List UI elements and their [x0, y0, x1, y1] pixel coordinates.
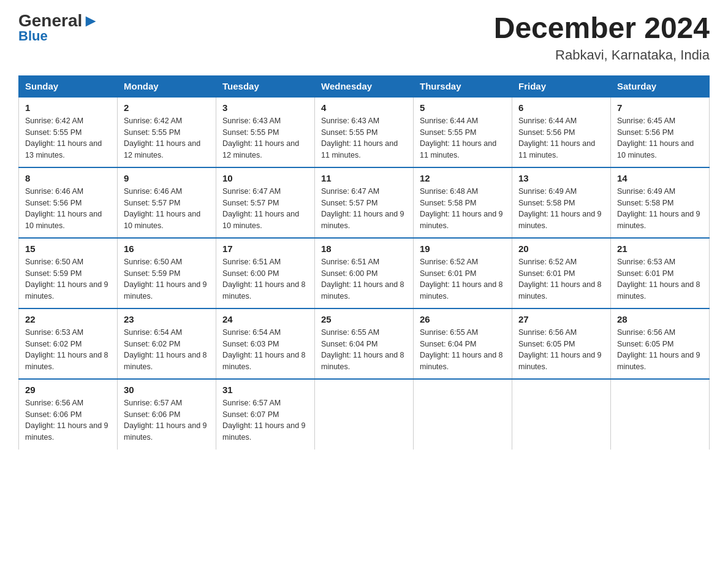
- day-number: 25: [321, 314, 407, 324]
- day-number: 5: [420, 102, 506, 113]
- day-number: 4: [321, 102, 407, 113]
- logo-text-top: General►: [18, 12, 99, 29]
- day-number: 24: [222, 314, 308, 324]
- calendar-cell: 6Sunrise: 6:44 AMSunset: 5:56 PMDaylight…: [512, 97, 611, 167]
- calendar-cell: 9Sunrise: 6:46 AMSunset: 5:57 PMDaylight…: [118, 167, 216, 238]
- day-info: Sunrise: 6:50 AMSunset: 5:59 PMDaylight:…: [124, 256, 210, 302]
- calendar-cell: 1Sunrise: 6:42 AMSunset: 5:55 PMDaylight…: [19, 97, 118, 167]
- calendar-cell: 12Sunrise: 6:48 AMSunset: 5:58 PMDayligh…: [414, 167, 512, 238]
- calendar-cell: 22Sunrise: 6:53 AMSunset: 6:02 PMDayligh…: [19, 308, 118, 379]
- day-number: 20: [518, 243, 604, 254]
- day-info: Sunrise: 6:56 AMSunset: 6:05 PMDaylight:…: [617, 327, 703, 373]
- day-number: 18: [321, 243, 407, 254]
- day-info: Sunrise: 6:43 AMSunset: 5:55 PMDaylight:…: [321, 115, 407, 161]
- calendar-week-1: 1Sunrise: 6:42 AMSunset: 5:55 PMDaylight…: [19, 97, 710, 167]
- column-header-monday: Monday: [118, 75, 216, 97]
- calendar-cell: 18Sunrise: 6:51 AMSunset: 6:00 PMDayligh…: [315, 238, 414, 308]
- day-info: Sunrise: 6:52 AMSunset: 6:01 PMDaylight:…: [518, 256, 604, 302]
- calendar-cell: 27Sunrise: 6:56 AMSunset: 6:05 PMDayligh…: [512, 308, 611, 379]
- day-info: Sunrise: 6:43 AMSunset: 5:55 PMDaylight:…: [222, 115, 308, 161]
- day-info: Sunrise: 6:56 AMSunset: 6:06 PMDaylight:…: [25, 397, 111, 443]
- calendar-cell: 15Sunrise: 6:50 AMSunset: 5:59 PMDayligh…: [19, 238, 118, 308]
- calendar-week-4: 22Sunrise: 6:53 AMSunset: 6:02 PMDayligh…: [19, 308, 710, 379]
- calendar-cell: 26Sunrise: 6:55 AMSunset: 6:04 PMDayligh…: [414, 308, 512, 379]
- day-info: Sunrise: 6:54 AMSunset: 6:03 PMDaylight:…: [222, 327, 308, 373]
- calendar-cell: 10Sunrise: 6:47 AMSunset: 5:57 PMDayligh…: [216, 167, 315, 238]
- day-number: 12: [420, 173, 506, 183]
- day-info: Sunrise: 6:50 AMSunset: 5:59 PMDaylight:…: [25, 256, 111, 302]
- calendar-cell: 25Sunrise: 6:55 AMSunset: 6:04 PMDayligh…: [315, 308, 414, 379]
- calendar-cell: [414, 379, 512, 450]
- day-info: Sunrise: 6:49 AMSunset: 5:58 PMDaylight:…: [617, 186, 703, 232]
- title-block: December 2024 Rabkavi, Karnataka, India: [494, 12, 710, 63]
- day-info: Sunrise: 6:42 AMSunset: 5:55 PMDaylight:…: [25, 115, 111, 161]
- day-info: Sunrise: 6:44 AMSunset: 5:55 PMDaylight:…: [420, 115, 506, 161]
- day-info: Sunrise: 6:53 AMSunset: 6:01 PMDaylight:…: [617, 256, 703, 302]
- day-number: 11: [321, 173, 407, 183]
- day-number: 13: [518, 173, 604, 183]
- day-number: 8: [25, 173, 111, 183]
- calendar-cell: 2Sunrise: 6:42 AMSunset: 5:55 PMDaylight…: [118, 97, 216, 167]
- calendar-cell: [512, 379, 611, 450]
- day-info: Sunrise: 6:47 AMSunset: 5:57 PMDaylight:…: [321, 186, 407, 232]
- calendar-title: December 2024: [494, 12, 710, 45]
- calendar-cell: 16Sunrise: 6:50 AMSunset: 5:59 PMDayligh…: [118, 238, 216, 308]
- calendar-cell: 5Sunrise: 6:44 AMSunset: 5:55 PMDaylight…: [414, 97, 512, 167]
- day-number: 27: [518, 314, 604, 324]
- day-info: Sunrise: 6:55 AMSunset: 6:04 PMDaylight:…: [420, 327, 506, 373]
- day-info: Sunrise: 6:47 AMSunset: 5:57 PMDaylight:…: [222, 186, 308, 232]
- day-info: Sunrise: 6:57 AMSunset: 6:06 PMDaylight:…: [124, 397, 210, 443]
- day-info: Sunrise: 6:51 AMSunset: 6:00 PMDaylight:…: [321, 256, 407, 302]
- day-info: Sunrise: 6:57 AMSunset: 6:07 PMDaylight:…: [222, 397, 308, 443]
- calendar-cell: 11Sunrise: 6:47 AMSunset: 5:57 PMDayligh…: [315, 167, 414, 238]
- day-info: Sunrise: 6:48 AMSunset: 5:58 PMDaylight:…: [420, 186, 506, 232]
- day-info: Sunrise: 6:55 AMSunset: 6:04 PMDaylight:…: [321, 327, 407, 373]
- day-info: Sunrise: 6:51 AMSunset: 6:00 PMDaylight:…: [222, 256, 308, 302]
- day-number: 31: [222, 385, 308, 395]
- day-info: Sunrise: 6:46 AMSunset: 5:57 PMDaylight:…: [124, 186, 210, 232]
- logo-text-bottom: Blue: [18, 28, 48, 44]
- calendar-cell: 28Sunrise: 6:56 AMSunset: 6:05 PMDayligh…: [611, 308, 710, 379]
- day-number: 9: [124, 173, 210, 183]
- day-number: 14: [617, 173, 703, 183]
- calendar-table: SundayMondayTuesdayWednesdayThursdayFrid…: [18, 75, 710, 450]
- calendar-week-3: 15Sunrise: 6:50 AMSunset: 5:59 PMDayligh…: [19, 238, 710, 308]
- calendar-cell: 23Sunrise: 6:54 AMSunset: 6:02 PMDayligh…: [118, 308, 216, 379]
- day-number: 15: [25, 243, 111, 254]
- day-number: 1: [25, 102, 111, 113]
- calendar-subtitle: Rabkavi, Karnataka, India: [494, 47, 710, 63]
- day-number: 22: [25, 314, 111, 324]
- column-header-thursday: Thursday: [414, 75, 512, 97]
- day-info: Sunrise: 6:46 AMSunset: 5:56 PMDaylight:…: [25, 186, 111, 232]
- day-number: 17: [222, 243, 308, 254]
- day-number: 2: [124, 102, 210, 113]
- logo: General► Blue: [18, 12, 99, 44]
- day-number: 21: [617, 243, 703, 254]
- day-info: Sunrise: 6:56 AMSunset: 6:05 PMDaylight:…: [518, 327, 604, 373]
- day-number: 16: [124, 243, 210, 254]
- day-number: 23: [124, 314, 210, 324]
- day-info: Sunrise: 6:52 AMSunset: 6:01 PMDaylight:…: [420, 256, 506, 302]
- column-header-sunday: Sunday: [19, 75, 118, 97]
- calendar-cell: 7Sunrise: 6:45 AMSunset: 5:56 PMDaylight…: [611, 97, 710, 167]
- calendar-header-row: SundayMondayTuesdayWednesdayThursdayFrid…: [19, 75, 710, 97]
- calendar-cell: 24Sunrise: 6:54 AMSunset: 6:03 PMDayligh…: [216, 308, 315, 379]
- day-info: Sunrise: 6:49 AMSunset: 5:58 PMDaylight:…: [518, 186, 604, 232]
- calendar-cell: 13Sunrise: 6:49 AMSunset: 5:58 PMDayligh…: [512, 167, 611, 238]
- day-info: Sunrise: 6:45 AMSunset: 5:56 PMDaylight:…: [617, 115, 703, 161]
- day-info: Sunrise: 6:42 AMSunset: 5:55 PMDaylight:…: [124, 115, 210, 161]
- day-number: 30: [124, 385, 210, 395]
- day-number: 26: [420, 314, 506, 324]
- calendar-cell: 8Sunrise: 6:46 AMSunset: 5:56 PMDaylight…: [19, 167, 118, 238]
- calendar-cell: 19Sunrise: 6:52 AMSunset: 6:01 PMDayligh…: [414, 238, 512, 308]
- calendar-week-2: 8Sunrise: 6:46 AMSunset: 5:56 PMDaylight…: [19, 167, 710, 238]
- day-number: 29: [25, 385, 111, 395]
- column-header-tuesday: Tuesday: [216, 75, 315, 97]
- day-number: 7: [617, 102, 703, 113]
- calendar-cell: [611, 379, 710, 450]
- calendar-cell: 4Sunrise: 6:43 AMSunset: 5:55 PMDaylight…: [315, 97, 414, 167]
- logo-arrow-icon: ►: [82, 11, 99, 30]
- column-header-wednesday: Wednesday: [315, 75, 414, 97]
- calendar-cell: 20Sunrise: 6:52 AMSunset: 6:01 PMDayligh…: [512, 238, 611, 308]
- calendar-cell: 30Sunrise: 6:57 AMSunset: 6:06 PMDayligh…: [118, 379, 216, 450]
